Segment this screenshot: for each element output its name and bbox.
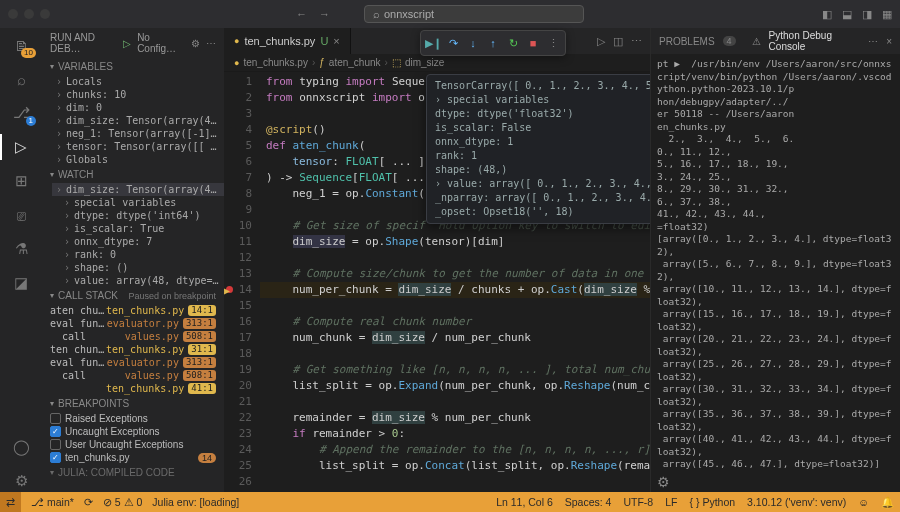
window-controls [8,9,50,19]
breakpoint-item[interactable]: ✓Uncaught Exceptions [42,425,224,438]
watch-item[interactable]: dtype: dtype('int64') [60,209,224,222]
sync-indicator[interactable]: ⟳ [84,496,93,508]
feedback-icon[interactable]: ☺ [858,496,869,509]
split-editor-icon[interactable]: ◫ [613,35,623,48]
layout-left-icon[interactable]: ◧ [822,8,832,21]
test-icon[interactable]: ⚗ [10,238,32,260]
titlebar: ← → ⌕ onnxscript ◧ ⬓ ◨ ▦ [0,0,900,28]
remote-indicator[interactable]: ⇄ [0,492,21,512]
nav-forward[interactable]: → [315,6,334,22]
breakpoints-section[interactable]: BREAKPOINTS [42,395,224,412]
step-over-button[interactable]: ↷ [444,34,462,52]
terminal-output[interactable]: pt ▶ /usr/bin/env /Users/aaron/src/onnxs… [651,54,900,472]
explorer-icon[interactable]: 🗎10 [10,34,32,56]
indentation[interactable]: Spaces: 4 [565,496,612,509]
watch-section[interactable]: WATCH [42,166,224,183]
watch-item[interactable]: onnx_dtype: 7 [60,235,224,248]
callstack-row[interactable]: ten_chunks.py41:1 [42,382,224,395]
restart-button[interactable]: ↻ [504,34,522,52]
breakpoint-item[interactable]: Raised Exceptions [42,412,224,425]
code-editor[interactable]: 1234567891011121314▶15161718192021222324… [224,72,650,492]
python-file-icon: ● [234,36,239,46]
debug-console-icon[interactable]: ⚠ [752,36,761,47]
remote-icon[interactable]: ⎚ [10,204,32,226]
account-icon[interactable]: ◯ [10,436,32,458]
nav-back[interactable]: ← [292,6,311,22]
settings-sidebar-icon[interactable]: ⚙ [651,472,900,492]
callstack-row[interactable]: ten_chunks_modelten_chunks.py31:1 [42,343,224,356]
run-file-icon[interactable]: ▷ [597,35,605,48]
editor-more-icon[interactable]: ⋯ [631,35,642,48]
breakpoint-item[interactable]: User Uncaught Exceptions [42,438,224,451]
layout-right-icon[interactable]: ◨ [862,8,872,21]
variable-item[interactable]: dim_size: Tensor(array(48, dtype=int6… [52,114,224,127]
julia-compiled-section[interactable]: JULIA: COMPILED CODE [42,464,224,481]
variable-item[interactable]: Globals [52,153,224,166]
start-debug-button[interactable]: ▷ [123,38,131,49]
watch-root[interactable]: dim_size: Tensor(array(48, dtype=in… [52,183,224,196]
close-window[interactable] [8,9,18,19]
julia-env[interactable]: Julia env: [loading] [152,496,239,508]
eol[interactable]: LF [665,496,677,509]
callstack-row[interactable]: eval_functionevaluator.py313:1 [42,356,224,369]
variables-scope[interactable]: Locals [52,75,224,88]
callstack-row[interactable]: __call__values.py508:1 [42,330,224,343]
callstack-row[interactable]: __call__values.py508:1 [42,369,224,382]
step-out-button[interactable]: ↑ [484,34,502,52]
settings-gear-icon[interactable]: ⚙ [10,470,32,492]
layout-bottom-icon[interactable]: ⬓ [842,8,852,21]
tab-problems[interactable]: PROBLEMS [659,36,715,47]
callstack-row[interactable]: eval_functionevaluator.py313:1 [42,317,224,330]
watch-item[interactable]: rank: 0 [60,248,224,261]
maximize-window[interactable] [40,9,50,19]
continue-button[interactable]: ▶❙ [424,34,442,52]
extensions-icon[interactable]: ⊞ [10,170,32,192]
notifications-icon[interactable]: 🔔 [881,496,894,509]
gutter[interactable]: 1234567891011121314▶15161718192021222324… [224,72,260,492]
python-interpreter[interactable]: 3.10.12 ('venv': venv) [747,496,846,509]
docker-icon[interactable]: ◪ [10,272,32,294]
step-into-button[interactable]: ↓ [464,34,482,52]
close-tab-icon[interactable]: × [333,35,339,47]
minimize-window[interactable] [24,9,34,19]
variable-item[interactable]: dim: 0 [52,101,224,114]
variable-icon: ⬚ [392,57,401,68]
encoding[interactable]: UTF-8 [623,496,653,509]
search-icon: ⌕ [373,8,380,20]
variable-item[interactable]: neg_1: Tensor(array([-1], dtype=int64… [52,127,224,140]
language-mode[interactable]: { } Python [689,496,735,509]
code-lines[interactable]: TensorCarray([ 0., 1., 2., 3., 4., 5., 6… [260,72,650,492]
variable-item[interactable]: tensor: Tensor(array([[ 0., 1., 2., … [52,140,224,153]
breadcrumb[interactable]: ● ten_chunks.py › ƒ aten_chunk › ⬚ dim_s… [224,54,650,72]
run-debug-icon[interactable]: ▷ [10,136,32,158]
watch-item[interactable]: is_scalar: True [60,222,224,235]
debug-config-gear-icon[interactable]: ⚙ [191,38,200,49]
watch-item[interactable]: shape: () [60,261,224,274]
breakpoint-item[interactable]: ✓ten_chunks.py14 [42,451,224,464]
error-indicator[interactable]: ⊘ 5 ⚠ 0 [103,496,142,508]
tab-ten-chunks[interactable]: ● ten_chunks.py U × [224,28,351,54]
watch-item[interactable]: special variables [60,196,224,209]
callstack-section[interactable]: CALL STACK Paused on breakpoint [42,287,224,304]
panel-tabs: PROBLEMS 4 ⚠ Python Debug Console ⋯ × [651,28,900,54]
status-bar: ⇄ ⎇ main* ⟳ ⊘ 5 ⚠ 0 Julia env: [loading]… [0,492,900,512]
search-activity-icon[interactable]: ⌕ [10,68,32,90]
stop-button[interactable]: ■ [524,34,542,52]
branch-indicator[interactable]: ⎇ main* [31,496,74,508]
panel-more-icon[interactable]: ⋯ [868,36,878,47]
command-center[interactable]: ⌕ onnxscript [364,5,584,23]
symbol-icon: ƒ [319,57,325,68]
callstack-row[interactable]: aten_chunkten_chunks.py14:1 [42,304,224,317]
watch-item[interactable]: value: array(48, dtype=int64) [60,274,224,287]
layout-grid-icon[interactable]: ▦ [882,8,892,21]
cursor-position[interactable]: Ln 11, Col 6 [496,496,553,509]
scm-icon[interactable]: ⎇1 [10,102,32,124]
variable-item[interactable]: chunks: 10 [52,88,224,101]
panel-close-icon[interactable]: × [886,36,892,47]
variables-section[interactable]: VARIABLES [42,58,224,75]
tab-debug-console[interactable]: Python Debug Console [769,30,861,52]
watch-tree: dim_size: Tensor(array(48, dtype=in… spe… [42,183,224,287]
debug-config-select[interactable]: No Config… [137,32,185,54]
debug-more-icon[interactable]: ⋮ [544,34,562,52]
debug-more-icon[interactable]: ⋯ [206,38,216,49]
